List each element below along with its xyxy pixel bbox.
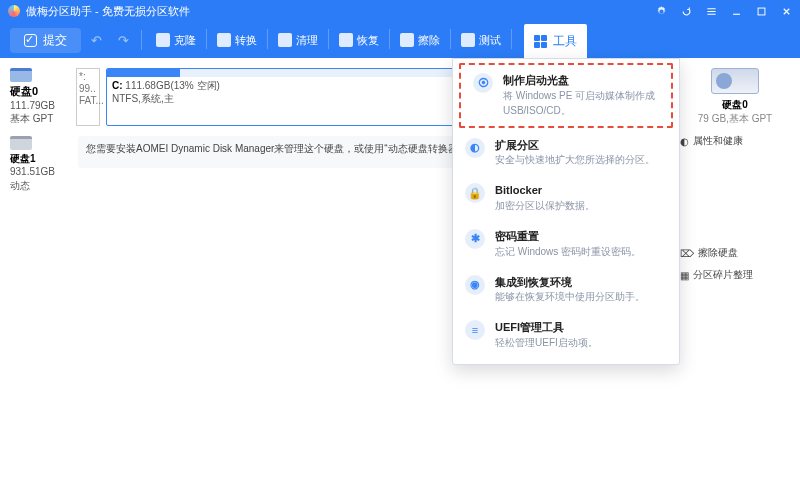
tools-tab-label: 工具 <box>553 33 577 50</box>
menu-item-icon: ✱ <box>465 229 485 249</box>
sel-disk-name: 硬盘0 <box>722 99 748 110</box>
tool-label: 测试 <box>479 33 501 48</box>
tools-menu-制作启动光盘[interactable]: ⦿制作启动光盘将 Windows PE 可启动媒体制作成 USB/ISO/CD。 <box>459 63 673 128</box>
disk1-name: 硬盘1 <box>10 153 36 164</box>
toolbar-测试[interactable]: 测试 <box>453 29 509 52</box>
commit-label: 提交 <box>43 32 67 49</box>
app-title: 傲梅分区助手 - 免费无损分区软件 <box>26 4 190 19</box>
menu-item-desc: 能够在恢复环境中使用分区助手。 <box>495 291 645 302</box>
menu-item-title: 扩展分区 <box>495 138 655 153</box>
separator <box>389 29 390 49</box>
menu-item-icon: 🔒 <box>465 183 485 203</box>
undo-button[interactable]: ↶ <box>85 33 108 48</box>
menu-item-icon: ⦿ <box>473 73 493 93</box>
separator <box>511 29 512 49</box>
separator <box>267 29 268 49</box>
tool-icon <box>400 33 414 47</box>
minimize-icon[interactable] <box>731 6 742 17</box>
health-button[interactable]: ◐ 属性和健康 <box>680 134 790 148</box>
menu-item-desc: 安全与快速地扩大您所选择的分区。 <box>495 154 655 165</box>
wipe-label: 擦除硬盘 <box>698 246 738 260</box>
tools-menu-密码重置[interactable]: ✱密码重置忘记 Windows 密码时重设密码。 <box>453 221 679 267</box>
menu-item-icon: ≡ <box>465 320 485 340</box>
partition-unknown[interactable]: *: 99.. FAT... <box>76 68 100 126</box>
tool-label: 清理 <box>296 33 318 48</box>
part-letter: *: <box>79 71 97 83</box>
disk-icon <box>10 136 32 150</box>
maximize-icon[interactable] <box>756 6 767 17</box>
tool-icon <box>461 33 475 47</box>
tools-tab[interactable]: 工具 <box>524 24 587 58</box>
tool-icon <box>278 33 292 47</box>
menu-icon[interactable] <box>706 6 717 17</box>
defrag-label: 分区碎片整理 <box>693 268 753 282</box>
menu-item-icon: ◐ <box>465 138 485 158</box>
tools-menu-Bitlocker[interactable]: 🔒Bitlocker加密分区以保护数据。 <box>453 175 679 221</box>
grid-icon <box>534 35 547 48</box>
menu-item-desc: 轻松管理UEFI启动项。 <box>495 337 598 348</box>
close-icon[interactable] <box>781 6 792 17</box>
menu-item-desc: 将 Windows PE 可启动媒体制作成 USB/ISO/CD。 <box>503 90 655 116</box>
tools-dropdown: ⦿制作启动光盘将 Windows PE 可启动媒体制作成 USB/ISO/CD。… <box>452 58 680 365</box>
menu-item-icon: ◉ <box>465 275 485 295</box>
tool-label: 恢复 <box>357 33 379 48</box>
menu-item-title: 集成到恢复环境 <box>495 275 645 290</box>
selected-disk-panel: 硬盘0 79 GB,基本 GPT <box>680 68 790 126</box>
menu-item-title: UEFI管理工具 <box>495 320 598 335</box>
tool-label: 克隆 <box>174 33 196 48</box>
menu-item-desc: 加密分区以保护数据。 <box>495 200 595 211</box>
tools-menu-扩展分区[interactable]: ◐扩展分区安全与快速地扩大您所选择的分区。 <box>453 130 679 176</box>
menu-item-title: Bitlocker <box>495 183 595 198</box>
toolbar-转换[interactable]: 转换 <box>209 29 265 52</box>
defrag-button[interactable]: ▦ 分区碎片整理 <box>680 268 790 282</box>
separator <box>141 30 142 50</box>
toolbar-克隆[interactable]: 克隆 <box>148 29 204 52</box>
tool-label: 转换 <box>235 33 257 48</box>
disk0-scheme: 基本 GPT <box>10 113 53 124</box>
disk0-name: 硬盘0 <box>10 84 70 99</box>
tools-menu-集成到恢复环境[interactable]: ◉集成到恢复环境能够在恢复环境中使用分区助手。 <box>453 267 679 313</box>
part-fs: FAT... <box>79 95 97 107</box>
tool-icon <box>156 33 170 47</box>
c-size: 111.68GB(13% 空闲) <box>125 80 220 91</box>
gear-icon[interactable] <box>656 6 667 17</box>
menu-item-desc: 忘记 Windows 密码时重设密码。 <box>495 246 641 257</box>
tool-label: 擦除 <box>418 33 440 48</box>
tool-icon <box>339 33 353 47</box>
commit-button[interactable]: 提交 <box>10 28 81 53</box>
menu-item-title: 密码重置 <box>495 229 641 244</box>
sel-disk-info: 79 GB,基本 GPT <box>680 112 790 126</box>
disk1-scheme: 动态 <box>10 180 30 191</box>
app-logo <box>8 5 20 17</box>
health-label: 属性和健康 <box>693 134 743 148</box>
part-size: 99.. <box>79 83 97 95</box>
c-fs: NTFS,系统,主 <box>112 93 174 104</box>
wipe-disk-button[interactable]: ⌦ 擦除硬盘 <box>680 246 790 260</box>
disk-image-icon <box>711 68 759 94</box>
disk-icon <box>10 68 32 82</box>
menu-item-title: 制作启动光盘 <box>503 73 659 88</box>
refresh-icon[interactable] <box>681 6 692 17</box>
separator <box>206 29 207 49</box>
main-toolbar: 提交 ↶ ↷ 克隆转换清理恢复擦除测试 工具 <box>0 22 800 58</box>
c-letter: C: <box>112 80 123 91</box>
tools-menu-UEFI管理工具[interactable]: ≡UEFI管理工具轻松管理UEFI启动项。 <box>453 312 679 358</box>
redo-button[interactable]: ↷ <box>112 33 135 48</box>
disk1-size: 931.51GB <box>10 166 55 177</box>
disk0-size: 111.79GB <box>10 100 55 111</box>
tool-icon <box>217 33 231 47</box>
toolbar-清理[interactable]: 清理 <box>270 29 326 52</box>
toolbar-擦除[interactable]: 擦除 <box>392 29 448 52</box>
check-icon <box>24 34 37 47</box>
toolbar-恢复[interactable]: 恢复 <box>331 29 387 52</box>
separator <box>328 29 329 49</box>
svg-rect-0 <box>758 8 765 15</box>
separator <box>450 29 451 49</box>
